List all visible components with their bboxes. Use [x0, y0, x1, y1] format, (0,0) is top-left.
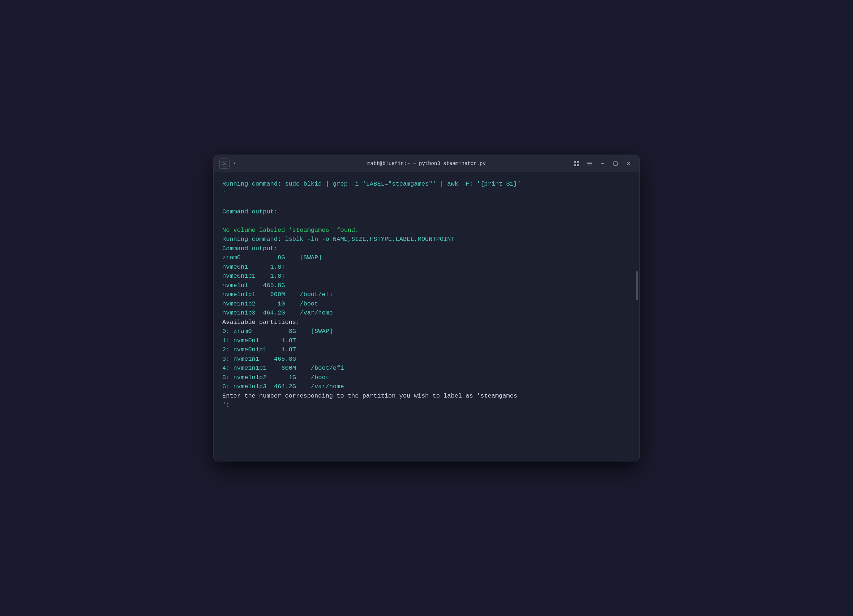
title-bar-left: ▾ [219, 159, 236, 169]
terminal-line-18: 1: nvme0n1 1.8T [222, 336, 631, 345]
terminal-line-3 [222, 198, 631, 207]
title-bar: ▾ matt@bluefin:~ — python3 steaminator.p… [214, 155, 639, 172]
svg-rect-2 [574, 161, 576, 163]
terminal-line-23: 6: nvme1n1p3 464.2G /var/home [222, 382, 631, 391]
terminal-line-25: ': [222, 400, 631, 410]
terminal-line-17: 0: zram0 8G [SWAP] [222, 327, 631, 336]
terminal-line-2: ' [222, 189, 631, 198]
close-icon [626, 161, 631, 166]
svg-rect-4 [574, 164, 576, 166]
title-bar-controls [571, 159, 634, 169]
window-title: matt@bluefin:~ — python3 steaminator.py [367, 161, 486, 166]
terminal-line-16: Available partitions: [222, 318, 631, 327]
terminal-line-7: Running command: lsblk -ln -o NAME,SIZE,… [222, 235, 631, 244]
terminal-line-13: nvme1n1p1 600M /boot/efi [222, 290, 631, 299]
terminal-wrapper: Running command: sudo blkid | grep -i 'L… [214, 172, 639, 461]
grid-icon [574, 161, 580, 166]
terminal-line-21: 4: nvme1n1p1 600M /boot/efi [222, 363, 631, 373]
menu-icon [587, 161, 592, 166]
svg-rect-3 [577, 161, 579, 163]
grid-button[interactable] [571, 159, 581, 169]
minimize-icon [600, 161, 606, 166]
scrollbar-track[interactable] [636, 189, 638, 461]
terminal-line-15: nvme1n1p3 464.2G /var/home [222, 308, 631, 318]
minimize-button[interactable] [598, 159, 607, 169]
scrollbar-thumb[interactable] [636, 271, 638, 300]
svg-rect-5 [577, 164, 579, 166]
terminal-line-22: 5: nvme1n1p2 1G /boot [222, 373, 631, 382]
terminal-line-8: Command output: [222, 244, 631, 253]
terminal-line-12: nvme1n1 465.8G [222, 281, 631, 290]
terminal-line-14: nvme1n1p2 1G /boot [222, 299, 631, 309]
terminal-window: ▾ matt@bluefin:~ — python3 steaminator.p… [213, 154, 640, 462]
terminal-line-5 [222, 216, 631, 226]
svg-rect-10 [614, 162, 617, 165]
terminal-line-9: zram0 8G [SWAP] [222, 253, 631, 262]
maximize-icon [613, 161, 618, 166]
terminal-line-4: Command output: [222, 207, 631, 216]
terminal-line-19: 2: nvme0n1p1 1.8T [222, 345, 631, 354]
terminal-line-10: nvme0n1 1.8T [222, 262, 631, 272]
menu-button[interactable] [584, 159, 595, 169]
close-button[interactable] [624, 159, 634, 169]
terminal-line-11: nvme0n1p1 1.8T [222, 271, 631, 281]
dropdown-arrow[interactable]: ▾ [233, 161, 236, 166]
terminal-line-6: No volume labeled 'steamgames' found. [222, 226, 631, 235]
terminal-line-24: Enter the number corresponding to the pa… [222, 391, 631, 401]
terminal-line-20: 3: nvme1n1 465.8G [222, 354, 631, 364]
terminal-icon [222, 161, 227, 166]
maximize-button[interactable] [610, 159, 621, 169]
terminal-line-1: Running command: sudo blkid | grep -i 'L… [222, 179, 631, 189]
terminal-tab-icon[interactable] [219, 159, 229, 169]
terminal-content[interactable]: Running command: sudo blkid | grep -i 'L… [214, 172, 639, 461]
